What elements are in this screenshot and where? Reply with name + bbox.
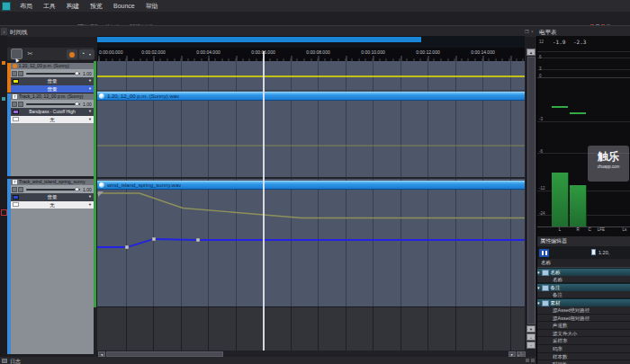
zoom-in-icon[interactable]: +: [517, 351, 521, 357]
track3-header[interactable]: T Track_wind_island_spring_sunny: [11, 179, 94, 185]
gain-slider-knob[interactable]: [75, 102, 79, 106]
resize-grip[interactable]: [526, 359, 529, 362]
track1-automation-select-2[interactable]: 音量 ▼: [11, 85, 94, 93]
property-row[interactable]: 源Asset绝对路径: [537, 306, 630, 315]
menu-layout[interactable]: 布局: [14, 0, 38, 12]
automation-label: Bandpass - Cutoff High: [29, 109, 76, 114]
expand-icon[interactable]: ▾: [537, 300, 540, 306]
track2-automation-select-2[interactable]: 无 ▼: [11, 116, 94, 124]
property-group-row[interactable]: ▾备注: [537, 283, 630, 291]
mute-icon[interactable]: [12, 71, 17, 76]
automation-label: 音量: [48, 194, 58, 200]
property-editor-panel: 属性编辑器 1.20, 名称 ▾名称 名称 ▾备注 备注 ▾素材 源Asset绝…: [536, 236, 630, 364]
scroll-left-icon[interactable]: ◄: [98, 351, 105, 357]
property-row[interactable]: 声道数: [537, 322, 630, 330]
property-row[interactable]: 源Asset相对路径: [537, 315, 630, 323]
property-row[interactable]: 码率: [537, 345, 630, 353]
property-editor-title: 属性编辑器: [537, 236, 630, 246]
meter-scale-label: -3: [539, 117, 543, 121]
solo-icon[interactable]: [18, 187, 23, 192]
property-group-row[interactable]: ▾名称: [537, 268, 630, 276]
cue-icon: [13, 64, 17, 68]
scroll-down-icon[interactable]: ▼: [526, 325, 536, 333]
vertical-scrollbar[interactable]: ▲ ▼ + −: [526, 48, 536, 357]
log-bar[interactable]: 日志: [0, 357, 536, 364]
chevron-down-icon: ▼: [88, 77, 92, 85]
gain-slider-knob[interactable]: [75, 187, 79, 191]
property-row[interactable]: 时间长: [537, 360, 630, 364]
menu-bounce[interactable]: Bounce: [108, 0, 140, 12]
gain-slider[interactable]: [26, 73, 80, 75]
mute-icon[interactable]: [12, 102, 17, 107]
close-panel-icon[interactable]: ☓: [531, 29, 534, 34]
horizontal-scrollbar[interactable]: ◄ ► + −: [97, 351, 525, 357]
track2-header[interactable]: T Track_1.20, 12_00 p.m. (Sunny): [11, 93, 94, 100]
track3-gain-row: 1.00: [11, 185, 94, 193]
expand-icon[interactable]: ▾: [537, 270, 540, 275]
property-label: 名称: [553, 277, 562, 282]
menu-preview[interactable]: 预览: [85, 0, 108, 12]
scrollbar-thumb[interactable]: [106, 351, 223, 357]
solo-icon[interactable]: [18, 102, 23, 107]
track1-header[interactable]: 1.20, 12_00 p.m. (Sunny): [11, 63, 94, 69]
property-row[interactable]: 采样率: [537, 337, 630, 345]
solo-icon[interactable]: [18, 71, 23, 76]
cue-sphere-button[interactable]: [67, 49, 77, 59]
automation-point[interactable]: [152, 237, 156, 241]
peak-value-right: -2.3: [573, 39, 586, 45]
pin-button[interactable]: [539, 249, 549, 257]
zoom-in-icon[interactable]: +: [526, 333, 536, 341]
property-row[interactable]: 样本数: [537, 353, 630, 361]
property-group-row[interactable]: ▾素材: [537, 298, 630, 306]
meter-scale-label: 12: [539, 40, 544, 44]
playhead[interactable]: [263, 51, 265, 351]
timeline-panel-title: 时间线: [10, 29, 28, 37]
chevron-down-icon: ▼: [88, 116, 92, 124]
float-panel-icon[interactable]: ❐: [525, 29, 528, 34]
fade-handle[interactable]: [98, 191, 104, 197]
zoom-out-icon[interactable]: −: [526, 342, 536, 349]
level-meter-panel: -1.9 -2.3 12 6 3 0 -3 -6 -12 -24 L R C L…: [536, 36, 630, 236]
pause-bar-icon: [545, 251, 547, 255]
resize-grip[interactable]: [531, 359, 535, 362]
meter-gridline: [537, 121, 630, 122]
menu-tools[interactable]: 工具: [38, 0, 61, 12]
track2-automation-select[interactable]: Bandpass - Cutoff High ▼: [11, 108, 94, 116]
track1-automation-select[interactable]: 音量 ▼: [11, 77, 94, 85]
meter-scale-label: -12: [539, 186, 545, 191]
list-icon: [13, 117, 19, 121]
mute-icon[interactable]: [12, 187, 17, 192]
menu-help[interactable]: 帮助: [140, 0, 164, 12]
property-column-header[interactable]: 名称: [537, 259, 630, 268]
snap-time-button[interactable]: ◔ ▾: [79, 49, 94, 59]
gain-slider[interactable]: [26, 103, 80, 106]
expand-icon[interactable]: ▾: [537, 285, 540, 290]
property-row[interactable]: 名称: [537, 276, 630, 284]
split-tool-button[interactable]: ✂: [24, 49, 36, 59]
gain-slider-knob[interactable]: [75, 71, 79, 75]
scrollbar-thumb[interactable]: [527, 57, 536, 324]
timeline-range-bar[interactable]: [97, 36, 525, 48]
track3-automation-select-2[interactable]: 无 ▼: [11, 201, 94, 209]
property-label: 素材: [551, 300, 561, 306]
gain-value: 1.00: [83, 102, 92, 107]
timeline-tool-row: ▲ ✂ ◔ ▾: [7, 48, 94, 60]
meter-bar-left: [552, 173, 569, 226]
scroll-right-icon[interactable]: ►: [508, 351, 516, 357]
menu-build[interactable]: 构建: [61, 0, 85, 12]
gain-slider[interactable]: [26, 189, 80, 191]
automation-curve-track3[interactable]: [97, 193, 525, 218]
track3-automation-select[interactable]: 音量 ▼: [11, 193, 94, 201]
automation-point[interactable]: [125, 245, 129, 249]
panel-boundary-line[interactable]: [94, 61, 96, 307]
property-row[interactable]: 源文件大小: [537, 330, 630, 338]
peak-hold-left: [552, 106, 568, 108]
scroll-up-icon[interactable]: ▲: [526, 49, 536, 56]
property-row[interactable]: 备注: [537, 291, 630, 299]
collapse-panel-icon[interactable]: ‹: [1, 28, 7, 35]
visible-range-indicator[interactable]: [97, 37, 421, 42]
zoom-out-icon[interactable]: −: [521, 351, 526, 357]
select-tool-button[interactable]: ▲: [11, 49, 22, 59]
volume-automation-line-track3[interactable]: [97, 239, 525, 247]
automation-point[interactable]: [196, 238, 200, 242]
